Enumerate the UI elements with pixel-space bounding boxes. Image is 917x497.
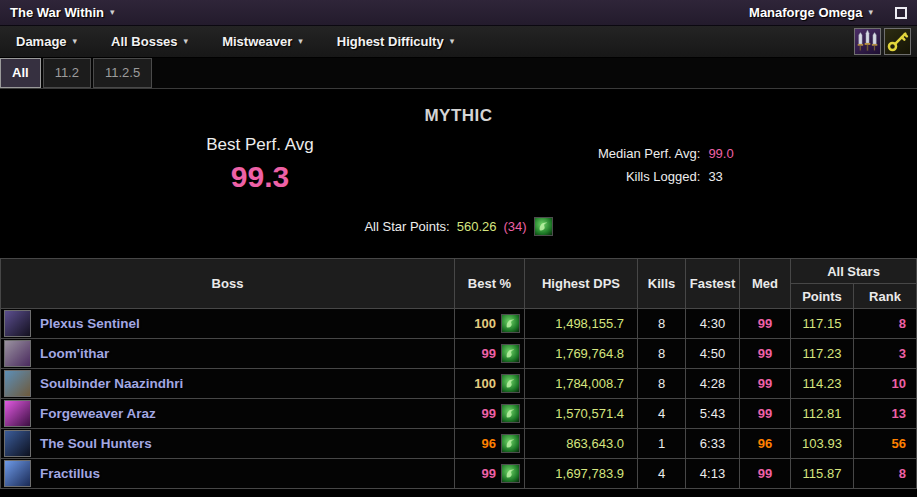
all-star-row: All Star Points: 560.26 (34) xyxy=(0,217,917,236)
best-percent-value: 100 xyxy=(474,376,496,391)
best-perf-value: 99.3 xyxy=(120,160,400,194)
nav-menu-all-bosses[interactable]: All Bosses▾ xyxy=(101,34,198,49)
mistweaver-spec-icon xyxy=(501,464,520,483)
best-percent-value: 99 xyxy=(482,466,496,481)
allstar-points-value: 114.23 xyxy=(791,369,854,399)
median-percentile-value: 99 xyxy=(740,309,791,339)
col-header-kills[interactable]: Kills xyxy=(638,259,686,309)
boss-icon xyxy=(4,310,31,337)
highest-dps-value: 863,643.0 xyxy=(525,429,638,459)
nav-menu-damage[interactable]: Damage▾ xyxy=(6,34,87,49)
table-row: Fractillus 99 1,697,783.9 4 4:13 99 115.… xyxy=(1,459,917,489)
col-header-med[interactable]: Med xyxy=(740,259,791,309)
highest-dps-value: 1,769,764.8 xyxy=(525,339,638,369)
table-row: Soulbinder Naazindhri 100 1,784,008.7 8 … xyxy=(1,369,917,399)
best-percent-value: 100 xyxy=(474,316,496,331)
chevron-down-icon: ▾ xyxy=(868,8,873,17)
allstar-points-value: 103.93 xyxy=(791,429,854,459)
expansion-dropdown[interactable]: The War Within ▾ xyxy=(10,5,115,20)
tab-11-2-5[interactable]: 11.2.5 xyxy=(93,58,152,88)
boss-icon xyxy=(4,400,31,427)
allstar-points-value: 117.15 xyxy=(791,309,854,339)
mistweaver-spec-icon xyxy=(501,404,520,423)
nav-menu-mistweaver[interactable]: Mistweaver▾ xyxy=(212,34,313,49)
all-star-value: 560.26 xyxy=(457,219,497,234)
nav-menus: Damage▾All Bosses▾Mistweaver▾Highest Dif… xyxy=(6,34,478,49)
boss-name-link[interactable]: Fractillus xyxy=(40,466,100,481)
kills-value: 8 xyxy=(638,369,686,399)
allstar-points-value: 112.81 xyxy=(791,399,854,429)
swords-icon[interactable] xyxy=(854,28,881,55)
col-header-fastest[interactable]: Fastest xyxy=(686,259,740,309)
chevron-down-icon: ▾ xyxy=(73,37,78,46)
col-header-rank[interactable]: Rank xyxy=(854,284,917,309)
tab-all[interactable]: All xyxy=(0,58,41,88)
table-row: Plexus Sentinel 100 1,498,155.7 8 4:30 9… xyxy=(1,309,917,339)
allstar-rank-value[interactable]: 8 xyxy=(854,309,917,339)
difficulty-title: MYTHIC xyxy=(0,106,917,126)
boss-name-link[interactable]: Soulbinder Naazindhri xyxy=(40,376,183,391)
key-icon[interactable] xyxy=(884,28,911,55)
boss-name-link[interactable]: Loom'ithar xyxy=(40,346,109,361)
mistweaver-spec-icon xyxy=(501,434,520,453)
allstar-rank-value[interactable]: 8 xyxy=(854,459,917,489)
boss-icon xyxy=(4,370,31,397)
kills-logged-label: Kills Logged: xyxy=(598,169,700,184)
col-header-best[interactable]: Best % xyxy=(455,259,525,309)
table-row: The Soul Hunters 96 863,643.0 1 6:33 96 … xyxy=(1,429,917,459)
kills-value: 8 xyxy=(638,339,686,369)
chevron-down-icon: ▾ xyxy=(298,37,303,46)
all-star-rank: (34) xyxy=(503,219,526,234)
allstar-rank-value[interactable]: 56 xyxy=(854,429,917,459)
maximize-icon[interactable] xyxy=(895,7,907,19)
best-percent-value: 99 xyxy=(482,346,496,361)
mistweaver-spec-icon xyxy=(501,344,520,363)
allstar-rank-value[interactable]: 13 xyxy=(854,399,917,429)
fastest-time-value: 4:13 xyxy=(686,459,740,489)
nav-menu-label: All Bosses xyxy=(111,34,177,49)
best-percent-value: 99 xyxy=(482,406,496,421)
mistweaver-spec-icon xyxy=(501,374,520,393)
chevron-down-icon: ▾ xyxy=(110,8,115,17)
mistweaver-spec-icon xyxy=(501,314,520,333)
allstar-rank-value[interactable]: 3 xyxy=(854,339,917,369)
title-bar: The War Within ▾ Manaforge Omega ▾ xyxy=(0,0,917,26)
kills-logged-value: 33 xyxy=(708,169,733,184)
kills-value: 8 xyxy=(638,309,686,339)
highest-dps-value: 1,498,155.7 xyxy=(525,309,638,339)
boss-icon xyxy=(4,430,31,457)
nav-menu-highest-difficulty[interactable]: Highest Difficulty▾ xyxy=(327,34,464,49)
stats-block: Median Perf. Avg: 99.0 Kills Logged: 33 xyxy=(598,146,734,184)
fastest-time-value: 4:50 xyxy=(686,339,740,369)
highest-dps-value: 1,784,008.7 xyxy=(525,369,638,399)
highest-dps-value: 1,697,783.9 xyxy=(525,459,638,489)
boss-icon xyxy=(4,340,31,367)
boss-name-link[interactable]: Plexus Sentinel xyxy=(40,316,140,331)
fastest-time-value: 5:43 xyxy=(686,399,740,429)
fastest-time-value: 4:30 xyxy=(686,309,740,339)
chevron-down-icon: ▾ xyxy=(450,37,455,46)
best-percent-value: 96 xyxy=(482,436,496,451)
col-header-points[interactable]: Points xyxy=(791,284,854,309)
fastest-time-value: 6:33 xyxy=(686,429,740,459)
col-header-dps[interactable]: Highest DPS xyxy=(525,259,638,309)
mistweaver-spec-icon xyxy=(534,217,553,236)
kills-value: 4 xyxy=(638,459,686,489)
boss-name-link[interactable]: Forgeweaver Araz xyxy=(40,406,156,421)
allstar-points-value: 115.87 xyxy=(791,459,854,489)
table-row: Loom'ithar 99 1,769,764.8 8 4:50 99 117.… xyxy=(1,339,917,369)
boss-icon xyxy=(4,460,31,487)
boss-name-link[interactable]: The Soul Hunters xyxy=(40,436,152,451)
highest-dps-value: 1,570,571.4 xyxy=(525,399,638,429)
col-header-allstars: All Stars xyxy=(791,259,917,284)
table-row: Forgeweaver Araz 99 1,570,571.4 4 5:43 9… xyxy=(1,399,917,429)
all-star-label: All Star Points: xyxy=(364,219,449,234)
allstar-points-value: 117.23 xyxy=(791,339,854,369)
allstar-rank-value[interactable]: 10 xyxy=(854,369,917,399)
kills-value: 1 xyxy=(638,429,686,459)
nav-menu-label: Highest Difficulty xyxy=(337,34,444,49)
zone-dropdown[interactable]: Manaforge Omega ▾ xyxy=(749,5,873,20)
tab-11-2[interactable]: 11.2 xyxy=(43,58,91,88)
summary-panel: MYTHIC Best Perf. Avg 99.3 Median Perf. … xyxy=(0,89,917,258)
col-header-boss[interactable]: Boss xyxy=(1,259,455,309)
